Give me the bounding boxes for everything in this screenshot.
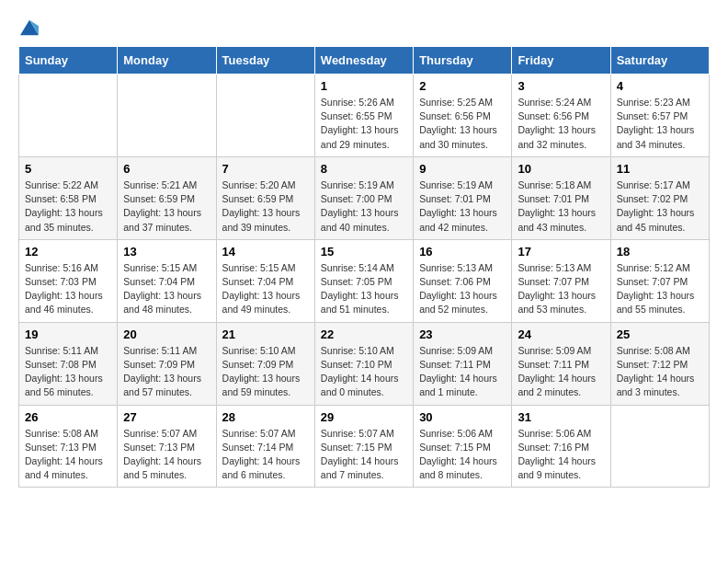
cell-day-number: 7 [222, 162, 309, 176]
calendar-cell: 22Sunrise: 5:10 AM Sunset: 7:10 PM Dayli… [314, 322, 413, 405]
cell-day-info: Sunrise: 5:06 AM Sunset: 7:16 PM Dayligh… [518, 427, 604, 483]
cell-day-info: Sunrise: 5:21 AM Sunset: 6:59 PM Dayligh… [123, 178, 210, 235]
calendar-cell: 29Sunrise: 5:07 AM Sunset: 7:15 PM Dayli… [314, 405, 413, 488]
calendar-cell: 24Sunrise: 5:09 AM Sunset: 7:11 PM Dayli… [512, 322, 610, 405]
calendar-week-row: 12Sunrise: 5:16 AM Sunset: 7:03 PM Dayli… [19, 239, 710, 322]
cell-day-info: Sunrise: 5:20 AM Sunset: 6:59 PM Dayligh… [222, 178, 309, 235]
calendar-week-row: 1Sunrise: 5:26 AM Sunset: 6:55 PM Daylig… [19, 75, 710, 157]
cell-day-info: Sunrise: 5:25 AM Sunset: 6:56 PM Dayligh… [419, 96, 506, 152]
calendar-cell [216, 75, 314, 157]
cell-day-info: Sunrise: 5:07 AM Sunset: 7:13 PM Dayligh… [123, 427, 210, 483]
logo-icon [20, 18, 39, 37]
cell-day-info: Sunrise: 5:09 AM Sunset: 7:11 PM Dayligh… [419, 344, 506, 400]
calendar-cell: 28Sunrise: 5:07 AM Sunset: 7:14 PM Dayli… [216, 405, 314, 488]
cell-day-info: Sunrise: 5:08 AM Sunset: 7:13 PM Dayligh… [25, 427, 111, 483]
cell-day-number: 23 [419, 327, 506, 341]
cell-day-info: Sunrise: 5:18 AM Sunset: 7:01 PM Dayligh… [518, 178, 604, 235]
calendar-cell: 15Sunrise: 5:14 AM Sunset: 7:05 PM Dayli… [314, 239, 413, 322]
calendar-cell [610, 405, 709, 488]
cell-day-number: 20 [123, 327, 210, 341]
cell-day-number: 22 [321, 327, 407, 341]
cell-day-info: Sunrise: 5:19 AM Sunset: 7:00 PM Dayligh… [321, 178, 407, 235]
cell-day-info: Sunrise: 5:11 AM Sunset: 7:09 PM Dayligh… [123, 344, 210, 400]
cell-day-number: 28 [222, 410, 309, 424]
calendar-cell: 9Sunrise: 5:19 AM Sunset: 7:01 PM Daylig… [414, 156, 512, 239]
calendar-cell: 10Sunrise: 5:18 AM Sunset: 7:01 PM Dayli… [512, 156, 610, 239]
cell-day-number: 26 [25, 410, 111, 424]
calendar-week-row: 5Sunrise: 5:22 AM Sunset: 6:58 PM Daylig… [19, 156, 710, 239]
cell-day-number: 13 [123, 245, 210, 259]
cell-day-number: 1 [321, 79, 407, 93]
cell-day-number: 8 [321, 162, 407, 176]
day-header: Saturday [610, 47, 709, 75]
calendar-week-row: 19Sunrise: 5:11 AM Sunset: 7:08 PM Dayli… [19, 322, 710, 405]
cell-day-info: Sunrise: 5:10 AM Sunset: 7:10 PM Dayligh… [321, 344, 407, 400]
calendar-cell: 4Sunrise: 5:23 AM Sunset: 6:57 PM Daylig… [610, 75, 709, 157]
cell-day-number: 6 [123, 162, 210, 176]
calendar-cell: 21Sunrise: 5:10 AM Sunset: 7:09 PM Dayli… [216, 322, 314, 405]
calendar-cell: 13Sunrise: 5:15 AM Sunset: 7:04 PM Dayli… [118, 239, 216, 322]
cell-day-info: Sunrise: 5:12 AM Sunset: 7:07 PM Dayligh… [617, 261, 703, 317]
cell-day-number: 2 [419, 79, 506, 93]
cell-day-number: 21 [222, 327, 309, 341]
cell-day-info: Sunrise: 5:14 AM Sunset: 7:05 PM Dayligh… [321, 261, 407, 317]
cell-day-number: 15 [321, 245, 407, 259]
calendar-cell: 30Sunrise: 5:06 AM Sunset: 7:15 PM Dayli… [414, 405, 512, 488]
calendar-cell: 3Sunrise: 5:24 AM Sunset: 6:56 PM Daylig… [512, 75, 610, 157]
cell-day-info: Sunrise: 5:16 AM Sunset: 7:03 PM Dayligh… [25, 261, 111, 317]
calendar-cell: 31Sunrise: 5:06 AM Sunset: 7:16 PM Dayli… [512, 405, 610, 488]
cell-day-number: 3 [518, 79, 604, 93]
cell-day-info: Sunrise: 5:19 AM Sunset: 7:01 PM Dayligh… [419, 178, 506, 235]
calendar-cell: 5Sunrise: 5:22 AM Sunset: 6:58 PM Daylig… [19, 156, 118, 239]
calendar-cell: 14Sunrise: 5:15 AM Sunset: 7:04 PM Dayli… [216, 239, 314, 322]
calendar-cell: 20Sunrise: 5:11 AM Sunset: 7:09 PM Dayli… [118, 322, 216, 405]
cell-day-info: Sunrise: 5:08 AM Sunset: 7:12 PM Dayligh… [617, 344, 703, 400]
cell-day-number: 30 [419, 410, 506, 424]
cell-day-info: Sunrise: 5:15 AM Sunset: 7:04 PM Dayligh… [222, 261, 309, 317]
cell-day-number: 17 [518, 245, 604, 259]
cell-day-info: Sunrise: 5:15 AM Sunset: 7:04 PM Dayligh… [123, 261, 210, 317]
cell-day-number: 10 [518, 162, 604, 176]
logo [18, 18, 39, 31]
calendar-cell: 26Sunrise: 5:08 AM Sunset: 7:13 PM Dayli… [19, 405, 118, 488]
cell-day-info: Sunrise: 5:07 AM Sunset: 7:14 PM Dayligh… [222, 427, 309, 483]
cell-day-info: Sunrise: 5:09 AM Sunset: 7:11 PM Dayligh… [518, 344, 604, 400]
day-header: Wednesday [314, 47, 413, 75]
calendar-cell: 12Sunrise: 5:16 AM Sunset: 7:03 PM Dayli… [19, 239, 118, 322]
day-header: Tuesday [216, 47, 314, 75]
day-header: Friday [512, 47, 610, 75]
calendar-cell: 6Sunrise: 5:21 AM Sunset: 6:59 PM Daylig… [118, 156, 216, 239]
day-header: Sunday [19, 47, 118, 75]
cell-day-info: Sunrise: 5:13 AM Sunset: 7:06 PM Dayligh… [419, 261, 506, 317]
cell-day-info: Sunrise: 5:23 AM Sunset: 6:57 PM Dayligh… [617, 96, 703, 152]
calendar-week-row: 26Sunrise: 5:08 AM Sunset: 7:13 PM Dayli… [19, 405, 710, 488]
calendar-cell: 27Sunrise: 5:07 AM Sunset: 7:13 PM Dayli… [118, 405, 216, 488]
cell-day-info: Sunrise: 5:13 AM Sunset: 7:07 PM Dayligh… [518, 261, 604, 317]
cell-day-number: 25 [617, 327, 703, 341]
cell-day-number: 5 [25, 162, 111, 176]
calendar-cell: 23Sunrise: 5:09 AM Sunset: 7:11 PM Dayli… [414, 322, 512, 405]
cell-day-number: 9 [419, 162, 506, 176]
cell-day-number: 11 [617, 162, 703, 176]
calendar-cell [118, 75, 216, 157]
cell-day-number: 4 [617, 79, 703, 93]
cell-day-info: Sunrise: 5:06 AM Sunset: 7:15 PM Dayligh… [419, 427, 506, 483]
cell-day-info: Sunrise: 5:17 AM Sunset: 7:02 PM Dayligh… [617, 178, 703, 235]
cell-day-info: Sunrise: 5:24 AM Sunset: 6:56 PM Dayligh… [518, 96, 604, 152]
calendar-cell [19, 75, 118, 157]
cell-day-number: 27 [123, 410, 210, 424]
calendar-cell: 11Sunrise: 5:17 AM Sunset: 7:02 PM Dayli… [610, 156, 709, 239]
cell-day-number: 29 [321, 410, 407, 424]
calendar-cell: 8Sunrise: 5:19 AM Sunset: 7:00 PM Daylig… [314, 156, 413, 239]
cell-day-info: Sunrise: 5:22 AM Sunset: 6:58 PM Dayligh… [25, 178, 111, 235]
day-header: Monday [118, 47, 216, 75]
cell-day-info: Sunrise: 5:26 AM Sunset: 6:55 PM Dayligh… [321, 96, 407, 152]
cell-day-number: 16 [419, 245, 506, 259]
header [18, 18, 710, 31]
calendar-cell: 2Sunrise: 5:25 AM Sunset: 6:56 PM Daylig… [414, 75, 512, 157]
day-header: Thursday [414, 47, 512, 75]
cell-day-number: 24 [518, 327, 604, 341]
cell-day-number: 31 [518, 410, 604, 424]
calendar-cell: 1Sunrise: 5:26 AM Sunset: 6:55 PM Daylig… [314, 75, 413, 157]
calendar-cell: 17Sunrise: 5:13 AM Sunset: 7:07 PM Dayli… [512, 239, 610, 322]
